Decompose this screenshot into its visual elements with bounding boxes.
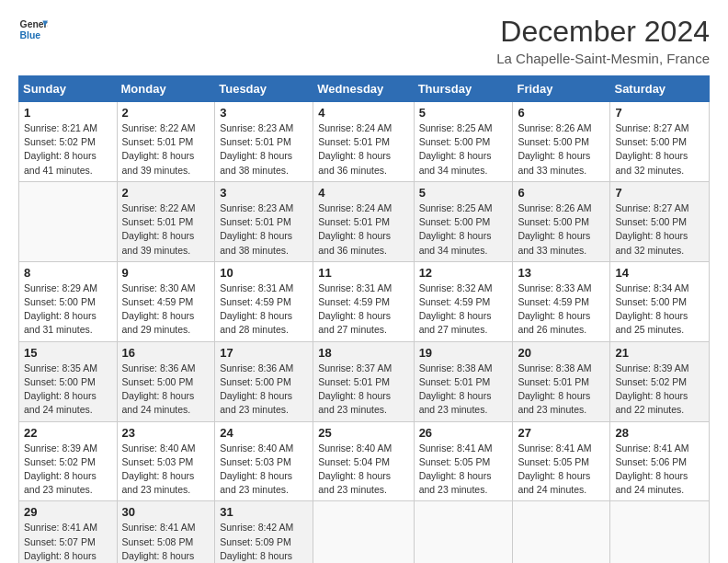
calendar-cell: 6 Sunrise: 8:26 AMSunset: 5:00 PMDayligh… [513,181,610,261]
calendar-cell [313,501,414,563]
day-info: Sunrise: 8:29 AMSunset: 5:00 PMDaylight:… [24,282,112,338]
calendar-cell: 27 Sunrise: 8:41 AMSunset: 5:05 PMDaylig… [513,421,610,501]
calendar-cell: 16 Sunrise: 8:36 AMSunset: 5:00 PMDaylig… [117,341,215,421]
header-saturday: Saturday [610,76,710,102]
calendar-cell: 29 Sunrise: 8:41 AMSunset: 5:07 PMDaylig… [19,501,118,563]
calendar-week-row: 15 Sunrise: 8:35 AMSunset: 5:00 PMDaylig… [19,341,710,421]
day-info: Sunrise: 8:38 AMSunset: 5:01 PMDaylight:… [518,362,605,418]
calendar-cell: 3 Sunrise: 8:23 AMSunset: 5:01 PMDayligh… [215,181,313,261]
day-info: Sunrise: 8:41 AMSunset: 5:08 PMDaylight:… [122,521,210,563]
day-number: 19 [419,346,508,360]
day-info: Sunrise: 8:33 AMSunset: 4:59 PMDaylight:… [518,282,605,338]
day-number: 5 [419,186,508,200]
day-number: 7 [615,186,704,200]
calendar-cell [513,501,610,563]
day-info: Sunrise: 8:39 AMSunset: 5:02 PMDaylight:… [24,442,112,498]
calendar-cell: 7 Sunrise: 8:27 AMSunset: 5:00 PMDayligh… [610,181,710,261]
day-number: 21 [615,346,704,360]
day-info: Sunrise: 8:27 AMSunset: 5:00 PMDaylight:… [615,121,704,178]
day-number: 8 [24,266,112,280]
calendar-cell: 12 Sunrise: 8:32 AMSunset: 4:59 PMDaylig… [414,261,513,341]
calendar-cell: 25 Sunrise: 8:40 AMSunset: 5:04 PMDaylig… [313,421,414,501]
day-info: Sunrise: 8:40 AMSunset: 5:04 PMDaylight:… [318,442,408,498]
day-info: Sunrise: 8:21 AMSunset: 5:02 PMDaylight:… [24,121,112,178]
calendar-cell: 24 Sunrise: 8:40 AMSunset: 5:03 PMDaylig… [215,421,313,501]
day-number: 6 [518,106,605,120]
header-thursday: Thursday [414,76,513,102]
location: La Chapelle-Saint-Mesmin, France [496,51,710,66]
day-number: 23 [122,426,210,440]
calendar-cell: 2 Sunrise: 8:22 AMSunset: 5:01 PMDayligh… [117,102,215,182]
calendar-cell: 11 Sunrise: 8:31 AMSunset: 4:59 PMDaylig… [313,261,414,341]
day-number: 27 [518,426,605,440]
day-number: 12 [419,266,508,280]
header-monday: Monday [117,76,215,102]
day-info: Sunrise: 8:35 AMSunset: 5:00 PMDaylight:… [24,362,112,418]
day-info: Sunrise: 8:36 AMSunset: 5:00 PMDaylight:… [122,362,210,418]
day-info: Sunrise: 8:41 AMSunset: 5:07 PMDaylight:… [24,521,112,563]
header-friday: Friday [513,76,610,102]
calendar-cell: 28 Sunrise: 8:41 AMSunset: 5:06 PMDaylig… [610,421,710,501]
day-number: 9 [122,266,210,280]
calendar-cell: 5 Sunrise: 8:25 AMSunset: 5:00 PMDayligh… [414,181,513,261]
calendar-cell [19,181,118,261]
header-tuesday: Tuesday [215,76,313,102]
day-number: 17 [220,346,308,360]
day-info: Sunrise: 8:41 AMSunset: 5:05 PMDaylight:… [518,442,605,498]
day-number: 20 [518,346,605,360]
day-info: Sunrise: 8:31 AMSunset: 4:59 PMDaylight:… [318,282,408,338]
day-info: Sunrise: 8:38 AMSunset: 5:01 PMDaylight:… [419,362,508,418]
day-number: 10 [220,266,308,280]
calendar-week-row: 2 Sunrise: 8:22 AMSunset: 5:01 PMDayligh… [19,181,710,261]
calendar-cell: 17 Sunrise: 8:36 AMSunset: 5:00 PMDaylig… [215,341,313,421]
day-number: 4 [318,186,408,200]
day-number: 22 [24,426,112,440]
calendar-cell: 15 Sunrise: 8:35 AMSunset: 5:00 PMDaylig… [19,341,118,421]
title-block: December 2024 La Chapelle-Saint-Mesmin, … [496,15,710,66]
calendar-cell [610,501,710,563]
svg-text:Blue: Blue [20,30,41,40]
day-info: Sunrise: 8:39 AMSunset: 5:02 PMDaylight:… [615,362,704,418]
day-info: Sunrise: 8:42 AMSunset: 5:09 PMDaylight:… [220,521,308,563]
day-number: 16 [122,346,210,360]
calendar-cell: 26 Sunrise: 8:41 AMSunset: 5:05 PMDaylig… [414,421,513,501]
day-info: Sunrise: 8:24 AMSunset: 5:01 PMDaylight:… [318,201,408,258]
day-info: Sunrise: 8:34 AMSunset: 5:00 PMDaylight:… [615,282,704,338]
day-number: 1 [24,106,112,120]
day-number: 2 [122,106,210,120]
calendar-week-row: 1 Sunrise: 8:21 AMSunset: 5:02 PMDayligh… [19,102,710,182]
calendar-cell: 7 Sunrise: 8:27 AMSunset: 5:00 PMDayligh… [610,102,710,182]
calendar-cell: 4 Sunrise: 8:24 AMSunset: 5:01 PMDayligh… [313,102,414,182]
calendar-cell: 30 Sunrise: 8:41 AMSunset: 5:08 PMDaylig… [117,501,215,563]
calendar-cell: 9 Sunrise: 8:30 AMSunset: 4:59 PMDayligh… [117,261,215,341]
day-info: Sunrise: 8:40 AMSunset: 5:03 PMDaylight:… [220,442,308,498]
day-info: Sunrise: 8:26 AMSunset: 5:00 PMDaylight:… [518,201,605,258]
day-info: Sunrise: 8:37 AMSunset: 5:01 PMDaylight:… [318,362,408,418]
calendar-cell: 5 Sunrise: 8:25 AMSunset: 5:00 PMDayligh… [414,102,513,182]
calendar-cell: 8 Sunrise: 8:29 AMSunset: 5:00 PMDayligh… [19,261,118,341]
logo-icon: General Blue [18,15,48,44]
header-sunday: Sunday [19,76,118,102]
day-number: 24 [220,426,308,440]
logo: General Blue [18,15,48,44]
header-wednesday: Wednesday [313,76,414,102]
calendar-cell: 10 Sunrise: 8:31 AMSunset: 4:59 PMDaylig… [215,261,313,341]
calendar-week-row: 29 Sunrise: 8:41 AMSunset: 5:07 PMDaylig… [19,501,710,563]
calendar-cell: 1 Sunrise: 8:21 AMSunset: 5:02 PMDayligh… [19,102,118,182]
day-info: Sunrise: 8:32 AMSunset: 4:59 PMDaylight:… [419,282,508,338]
day-number: 3 [220,186,308,200]
day-info: Sunrise: 8:22 AMSunset: 5:01 PMDaylight:… [122,201,210,258]
day-info: Sunrise: 8:40 AMSunset: 5:03 PMDaylight:… [122,442,210,498]
calendar-cell: 22 Sunrise: 8:39 AMSunset: 5:02 PMDaylig… [19,421,118,501]
day-number: 28 [615,426,704,440]
day-number: 13 [518,266,605,280]
day-info: Sunrise: 8:31 AMSunset: 4:59 PMDaylight:… [220,282,308,338]
page-header: General Blue December 2024 La Chapelle-S… [18,15,710,66]
day-number: 6 [518,186,605,200]
calendar-cell: 19 Sunrise: 8:38 AMSunset: 5:01 PMDaylig… [414,341,513,421]
day-number: 7 [615,106,704,120]
day-info: Sunrise: 8:23 AMSunset: 5:01 PMDaylight:… [220,121,308,178]
day-number: 11 [318,266,408,280]
day-number: 29 [24,505,112,519]
calendar-week-row: 22 Sunrise: 8:39 AMSunset: 5:02 PMDaylig… [19,421,710,501]
